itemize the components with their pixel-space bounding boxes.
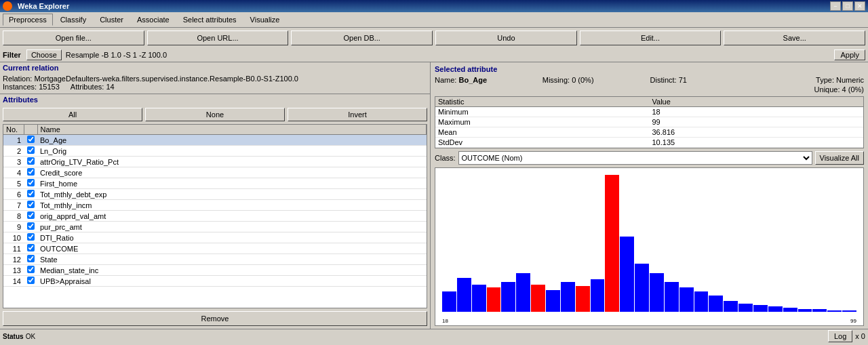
save-button[interactable]: Save... xyxy=(724,31,865,45)
minimize-button[interactable]: − xyxy=(830,1,841,11)
attr-unique-row: Unique: 4 (0%) xyxy=(432,85,867,95)
app-icon xyxy=(3,1,12,11)
row-checkbox[interactable] xyxy=(24,265,37,276)
row-checkbox[interactable] xyxy=(24,243,37,254)
row-name: pur_prc_amt xyxy=(37,222,427,232)
row-checkbox[interactable] xyxy=(24,222,37,232)
apply-button[interactable]: Apply xyxy=(834,49,865,60)
row-checkbox[interactable] xyxy=(24,211,37,222)
stats-row: Minimum 18 xyxy=(435,107,863,117)
tab-cluster[interactable]: Cluster xyxy=(94,14,130,26)
row-name: Tot_mthly_debt_exp xyxy=(37,189,427,200)
table-row[interactable]: 2 Ln_Orig xyxy=(3,146,427,157)
tab-preprocess[interactable]: Preprocess xyxy=(3,14,53,26)
row-no: 14 xyxy=(3,276,24,287)
undo-button[interactable]: Undo xyxy=(435,31,577,45)
stats-table: Statistic Value Minimum 18 Maximum 99 Me… xyxy=(435,97,863,148)
remove-button[interactable]: Remove xyxy=(3,311,427,326)
choose-button[interactable]: Choose xyxy=(26,49,62,60)
histogram-bar xyxy=(650,273,664,312)
histogram-bar xyxy=(531,285,545,312)
status-bar: Status OK Log x 0 xyxy=(0,329,868,342)
visualize-all-button[interactable]: Visualize All xyxy=(815,151,865,165)
attributes-label: Attributes: 14 xyxy=(71,83,115,91)
histogram-bar xyxy=(679,287,694,312)
stat-name: Maximum xyxy=(435,117,650,127)
window-controls[interactable]: − □ ✕ xyxy=(830,1,865,11)
row-checkbox[interactable] xyxy=(24,232,37,243)
open-db-button[interactable]: Open DB... xyxy=(291,31,433,45)
row-name: Bo_Age xyxy=(37,135,427,146)
status-right: Log x 0 xyxy=(828,330,865,342)
row-name: orig_apprd_val_amt xyxy=(37,211,427,222)
right-panel: Selected attribute Name: Bo_Age Missing:… xyxy=(431,62,868,329)
row-checkbox[interactable] xyxy=(24,146,37,157)
row-checkbox[interactable] xyxy=(24,189,37,200)
table-row[interactable]: 9 pur_prc_amt xyxy=(3,222,427,232)
stat-name: Mean xyxy=(435,127,650,138)
row-checkbox[interactable] xyxy=(24,276,37,287)
tab-classify[interactable]: Classify xyxy=(54,14,93,26)
row-name: DTI_Ratio xyxy=(37,232,427,243)
row-checkbox[interactable] xyxy=(24,167,37,178)
row-no: 2 xyxy=(3,146,24,157)
histogram-bar xyxy=(576,286,590,312)
row-checkbox[interactable] xyxy=(24,178,37,189)
histogram-bar xyxy=(768,306,783,312)
close-button[interactable]: ✕ xyxy=(854,1,865,11)
title-bar-left: Weka Explorer xyxy=(3,1,69,11)
stats-col-value: Value xyxy=(650,97,864,107)
all-button[interactable]: All xyxy=(3,108,142,121)
histogram-bar xyxy=(546,290,560,312)
row-checkbox[interactable] xyxy=(24,254,37,265)
attributes-table-container[interactable]: No. Name 1 Bo_Age 2 Ln_Orig 3 attrOrig_L… xyxy=(3,124,427,308)
tab-visualize[interactable]: Visualize xyxy=(244,14,286,26)
open-url-button[interactable]: Open URL... xyxy=(147,31,289,45)
row-checkbox[interactable] xyxy=(24,135,37,146)
class-row: Class: OUTCOME (Nom) Visualize All xyxy=(432,150,867,166)
table-row[interactable]: 11 OUTCOME xyxy=(3,243,427,254)
table-row[interactable]: 10 DTI_Ratio xyxy=(3,232,427,243)
row-name: Median_state_inc xyxy=(37,265,427,276)
tab-associate[interactable]: Associate xyxy=(131,14,176,26)
menu-bar: Preprocess Classify Cluster Associate Se… xyxy=(0,12,868,28)
col-no: No. xyxy=(3,125,24,135)
attr-name-label: Name: Bo_Age xyxy=(435,76,541,84)
row-checkbox[interactable] xyxy=(24,157,37,167)
invert-button[interactable]: Invert xyxy=(288,108,427,121)
attr-distinct-value: 71 xyxy=(679,76,687,84)
histogram-bar xyxy=(827,310,842,312)
table-row[interactable]: 3 attrOrig_LTV_Ratio_Pct xyxy=(3,157,427,167)
status-label: Status xyxy=(3,333,24,340)
instances-label: Instances: 15153 xyxy=(3,83,60,91)
status-value: OK xyxy=(26,333,35,340)
table-row[interactable]: 12 State xyxy=(3,254,427,265)
histogram-bar xyxy=(694,291,709,312)
maximize-button[interactable]: □ xyxy=(842,1,853,11)
log-button[interactable]: Log xyxy=(828,330,852,342)
table-row[interactable]: 14 UPB>Appraisal xyxy=(3,276,427,287)
attr-type-value: Numeric xyxy=(836,76,864,84)
row-checkbox[interactable] xyxy=(24,200,37,211)
histogram-bar xyxy=(605,175,619,312)
none-button[interactable]: None xyxy=(145,108,285,121)
row-no: 13 xyxy=(3,265,24,276)
class-select[interactable]: OUTCOME (Nom) xyxy=(458,151,812,165)
histogram-bar xyxy=(591,279,605,312)
histogram-bar xyxy=(783,308,797,312)
table-row[interactable]: 13 Median_state_inc xyxy=(3,265,427,276)
table-row[interactable]: 8 orig_apprd_val_amt xyxy=(3,211,427,222)
tab-select-attributes[interactable]: Select attributes xyxy=(177,14,243,26)
table-row[interactable]: 4 Credit_score xyxy=(3,167,427,178)
attr-type-label: Type: Numeric xyxy=(757,76,864,84)
table-row[interactable]: 6 Tot_mthly_debt_exp xyxy=(3,189,427,200)
histogram-bar xyxy=(842,310,856,312)
table-row[interactable]: 7 Tot_mthly_incm xyxy=(3,200,427,211)
open-file-button[interactable]: Open file... xyxy=(3,31,144,45)
class-label: Class: xyxy=(435,154,456,162)
edit-button[interactable]: Edit... xyxy=(580,31,722,45)
table-row[interactable]: 5 First_home xyxy=(3,178,427,189)
histogram-bar xyxy=(472,285,486,312)
relation-name-label: Relation: xyxy=(3,75,32,83)
table-row[interactable]: 1 Bo_Age xyxy=(3,135,427,146)
